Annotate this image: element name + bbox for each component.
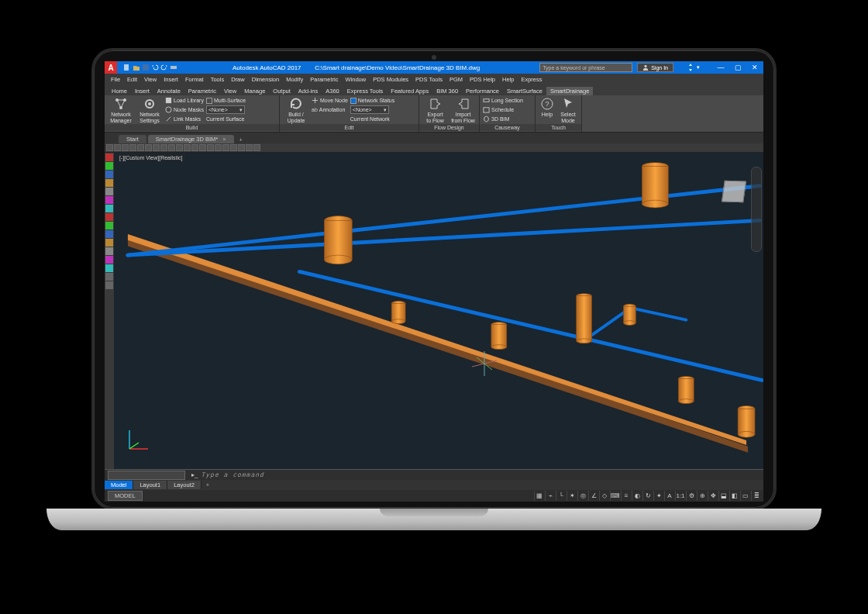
network-manager-button[interactable]: Network Manager [108, 96, 134, 124]
qat-save-icon[interactable] [142, 64, 150, 71]
add-layout-button[interactable]: + [202, 481, 214, 488]
menu-express[interactable]: Express [518, 76, 545, 83]
layout-tab-1[interactable]: Layout1 [133, 481, 167, 489]
palette-icon[interactable] [105, 273, 113, 281]
keyword-search-input[interactable]: Type a keyword or phrase [539, 63, 632, 72]
units-toggle-icon[interactable]: ✥ [708, 491, 718, 501]
isolate-icon[interactable]: ◧ [729, 491, 739, 501]
palette-icon[interactable] [105, 213, 113, 221]
3d-viewport[interactable]: [-][Custom View][Realistic] [114, 153, 763, 469]
menu-pds-tools[interactable]: PDS Tools [412, 76, 446, 83]
tab-featured-apps[interactable]: Featured Apps [387, 87, 432, 95]
add-doc-tab-button[interactable]: + [236, 136, 246, 143]
annoscale-toggle-icon[interactable]: A [664, 491, 674, 501]
quick-access-toolbar[interactable] [123, 64, 177, 71]
tab-performance[interactable]: Performance [462, 87, 503, 95]
move-node-button[interactable]: Move Node [312, 96, 348, 105]
doc-tab-active[interactable]: SmartDrainage 3D BIM*× [148, 135, 234, 143]
palette-icon[interactable] [105, 264, 113, 272]
network-status-toggle[interactable]: Network Status [350, 96, 394, 105]
menu-help[interactable]: Help [499, 76, 517, 83]
schedule-button[interactable]: Schedule [483, 105, 523, 114]
doc-tab-start[interactable]: Start [119, 135, 146, 143]
otrack-toggle-icon[interactable]: ∠ [588, 491, 598, 501]
menu-pds-modules[interactable]: PDS Modules [370, 76, 412, 83]
menu-insert[interactable]: Insert [160, 76, 181, 83]
left-tool-palette[interactable] [105, 153, 114, 469]
transparency-toggle-icon[interactable]: ◐ [632, 491, 642, 501]
close-tab-icon[interactable]: × [222, 136, 226, 143]
link-masks-button[interactable]: Link Masks [165, 115, 204, 123]
hardware-accel-icon[interactable]: ⬓ [718, 491, 728, 501]
palette-icon[interactable] [105, 256, 113, 264]
palette-icon[interactable] [105, 154, 113, 161]
tab-view[interactable]: View [220, 87, 240, 95]
palette-icon[interactable] [105, 196, 113, 204]
menu-dimension[interactable]: Dimension [249, 76, 282, 83]
menu-tools[interactable]: Tools [208, 76, 228, 83]
ortho-toggle-icon[interactable]: └ [556, 491, 566, 501]
layout-tab-model[interactable]: Model [105, 481, 133, 489]
palette-icon[interactable] [105, 205, 113, 212]
layout-tab-2[interactable]: Layout2 [167, 481, 202, 489]
lineweight-toggle-icon[interactable]: ≡ [621, 491, 631, 501]
menu-file[interactable]: File [108, 76, 123, 83]
command-line[interactable]: ▸_ Type a command [105, 469, 763, 480]
palette-icon[interactable] [105, 230, 113, 238]
menu-edit[interactable]: Edit [124, 76, 140, 83]
menu-format[interactable]: Format [182, 76, 207, 83]
annotation-button[interactable]: abAnnotation [312, 105, 348, 114]
polar-toggle-icon[interactable]: ✶ [567, 491, 577, 501]
menu-pds-help[interactable]: PDS Help [467, 76, 498, 83]
tab-output[interactable]: Output [269, 87, 294, 95]
tab-smartdrainage[interactable]: SmartDrainage [546, 87, 593, 95]
exchange-apps[interactable]: ▾ [673, 64, 712, 71]
palette-icon[interactable] [105, 171, 113, 178]
customize-icon[interactable]: ≣ [751, 491, 761, 501]
palette-icon[interactable] [105, 247, 113, 255]
tab-manage[interactable]: Manage [240, 87, 269, 95]
menu-parametric[interactable]: Parametric [307, 76, 341, 83]
export-to-flow-button[interactable]: Export to Flow [422, 96, 448, 124]
qat-undo-icon[interactable] [151, 64, 159, 71]
minimize-button[interactable]: — [712, 61, 729, 74]
tab-addins[interactable]: Add-ins [294, 87, 322, 95]
tab-express-tools[interactable]: Express Tools [343, 87, 388, 95]
tab-insert[interactable]: Insert [131, 87, 153, 95]
osnap-toggle-icon[interactable]: ◎ [577, 491, 587, 501]
palette-icon[interactable] [105, 222, 113, 229]
palette-icon[interactable] [105, 239, 113, 247]
import-from-flow-button[interactable]: Import from Flow [450, 96, 476, 124]
palette-icon[interactable] [105, 281, 113, 289]
maximize-button[interactable]: ▢ [729, 61, 746, 74]
network-combo[interactable]: <None> [350, 105, 389, 114]
qat-print-icon[interactable] [170, 64, 177, 71]
navigation-bar[interactable] [751, 167, 762, 252]
network-settings-button[interactable]: Network Settings [136, 96, 163, 124]
qat-redo-icon[interactable] [160, 64, 168, 71]
menu-pgm[interactable]: PGM [446, 76, 466, 83]
annoscale-value[interactable]: 1:1 [675, 491, 685, 501]
tab-a360[interactable]: A360 [322, 87, 343, 95]
long-section-button[interactable]: Long Section [483, 96, 523, 105]
isoplane-toggle-icon[interactable]: ◇ [599, 491, 609, 501]
menu-modify[interactable]: Modify [283, 76, 306, 83]
select-mode-button[interactable]: Select Mode [558, 96, 578, 124]
tab-home[interactable]: Home [108, 87, 131, 95]
grid-toggle-icon[interactable]: ▦ [534, 491, 544, 501]
menu-draw[interactable]: Draw [228, 76, 248, 83]
tab-annotate[interactable]: Annotate [153, 87, 184, 95]
load-library-button[interactable]: Load Library [165, 96, 204, 105]
secondary-toolbar[interactable] [105, 143, 763, 153]
3d-bim-button[interactable]: 3D BIM [483, 115, 523, 123]
sign-in-button[interactable]: Sign In [637, 63, 673, 72]
close-button[interactable]: ✕ [746, 61, 763, 74]
app-icon[interactable]: A [105, 61, 117, 74]
workspace-toggle-icon[interactable]: ⚙ [686, 491, 696, 501]
viewcube[interactable] [722, 181, 746, 203]
snap-toggle-icon[interactable]: ⌁ [545, 491, 555, 501]
palette-icon[interactable] [105, 188, 113, 195]
annotation-monitor-icon[interactable]: ⊕ [697, 491, 707, 501]
tab-smartsurface[interactable]: SmartSurface [503, 87, 546, 95]
model-space-toggle[interactable]: MODEL [108, 491, 143, 501]
